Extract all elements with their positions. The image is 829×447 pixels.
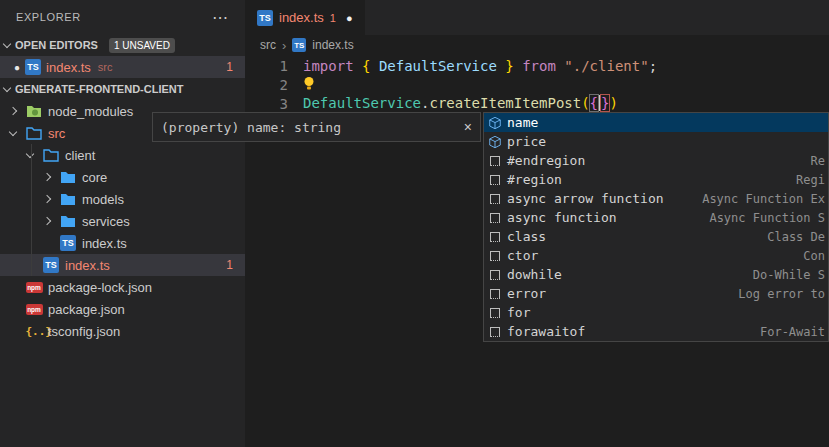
breadcrumb-folder[interactable]: src <box>260 38 276 52</box>
tree-item-package-lock-json[interactable]: npmpackage-lock.json <box>0 276 245 298</box>
code-line-text: import { DefaultService } from "./client… <box>303 58 657 74</box>
tree-item-client[interactable]: client <box>0 144 245 166</box>
suggest-item-ctor[interactable]: ctorCon <box>484 246 828 265</box>
tree-item-index-ts[interactable]: TSindex.ts1 <box>0 254 245 276</box>
tree-item-label: core <box>82 170 107 185</box>
error-count-badge: 1 <box>226 60 245 74</box>
line-number: 1 <box>245 58 303 74</box>
tree-item-services[interactable]: services <box>0 210 245 232</box>
suggest-item--endregion[interactable]: #endregionRe <box>484 151 828 170</box>
snippet-kind-icon <box>486 175 503 185</box>
typescript-file-icon: TS <box>42 257 60 273</box>
code-line[interactable]: 2 <box>245 75 829 94</box>
tree-item-tsconfig-json[interactable]: {..}tsconfig.json <box>0 320 245 342</box>
tree-item-label: package.json <box>48 302 125 317</box>
suggest-item-label: ctor <box>507 248 538 263</box>
code-token: ( <box>581 95 589 111</box>
lightbulb-icon[interactable] <box>303 76 315 90</box>
suggest-item-detail: Con <box>803 249 825 263</box>
tree-item-label: node_modules <box>48 104 133 119</box>
suggest-item-class[interactable]: classClass De <box>484 227 828 246</box>
breadcrumb[interactable]: src › TS index.ts <box>245 35 829 55</box>
code-token: { <box>362 58 379 74</box>
suggest-item-label: async function <box>507 210 617 225</box>
tab-file-name: index.ts <box>279 10 324 25</box>
snippet-kind-icon <box>486 213 503 223</box>
tree-item-label: src <box>48 126 65 141</box>
folder-icon <box>59 214 77 228</box>
vscode-window: EXPLORER ⋯ OPEN EDITORS 1 UNSAVED ● TS i… <box>0 0 829 447</box>
tree-item-package-json[interactable]: npmpackage.json <box>0 298 245 320</box>
suggest-item-error[interactable]: errorLog error to <box>484 284 828 303</box>
code-token: createItemItemPost <box>429 95 581 111</box>
more-actions-icon[interactable]: ⋯ <box>212 8 229 27</box>
snippet-kind-icon <box>486 232 503 242</box>
open-editor-file-path: src <box>98 61 113 73</box>
suggest-item--region[interactable]: #regionRegi <box>484 170 828 189</box>
tree-item-core[interactable]: core <box>0 166 245 188</box>
code-line[interactable]: 3DefaultService.createItemItemPost({}) <box>245 94 829 113</box>
chevron-down-icon <box>3 39 11 47</box>
tree-item-label: client <box>65 148 95 163</box>
tab-index-ts[interactable]: TS index.ts 1 ● <box>245 0 365 35</box>
suggest-item-detail: For-Await <box>760 325 825 339</box>
suggest-item-for[interactable]: for <box>484 303 828 322</box>
suggest-widget: nameprice#endregionRe#regionRegiasync ar… <box>483 112 829 342</box>
hover-tooltip-text: (property) name: string <box>161 120 341 135</box>
suggest-item-detail: Do-While S <box>753 268 825 282</box>
code-token: "./client" <box>564 58 648 74</box>
suggest-item-label: #endregion <box>507 153 585 168</box>
suggest-item-detail: Class De <box>767 230 825 244</box>
breadcrumb-file[interactable]: index.ts <box>312 38 353 52</box>
tree-item-index-ts[interactable]: TSindex.ts <box>0 232 245 254</box>
suggest-item-dowhile[interactable]: dowhileDo-While S <box>484 265 828 284</box>
tab-error-count: 1 <box>330 12 336 24</box>
node-modules-folder-icon <box>25 104 43 118</box>
suggest-item-async-arrow-function[interactable]: async arrow functionAsync Function Ex <box>484 189 828 208</box>
chevron-down-icon <box>9 127 17 135</box>
suggest-item-detail: Async Function S <box>709 211 825 225</box>
tree-item-label: tsconfig.json <box>48 324 120 339</box>
code-line[interactable]: 1import { DefaultService } from "./clien… <box>245 56 829 75</box>
open-editors-section-header[interactable]: OPEN EDITORS 1 UNSAVED <box>0 34 245 56</box>
snippet-kind-icon <box>486 308 503 318</box>
suggest-item-price[interactable]: price <box>484 132 828 151</box>
project-section-header[interactable]: GENERATE-FRONTEND-CLIENT <box>0 78 245 100</box>
suggest-item-detail: Re <box>811 154 825 168</box>
npm-file-icon: npm <box>25 304 43 315</box>
breadcrumb-separator-icon: › <box>282 38 286 53</box>
typescript-file-icon: TS <box>25 59 41 75</box>
suggest-item-async-function[interactable]: async functionAsync Function S <box>484 208 828 227</box>
open-editor-file-name: index.ts <box>46 60 91 75</box>
suggest-item-detail: Log error to <box>738 287 825 301</box>
typescript-file-icon: TS <box>257 10 273 26</box>
suggest-item-detail: Regi <box>796 173 825 187</box>
tree-item-label: models <box>82 192 124 207</box>
code-token: ) <box>609 95 617 111</box>
typescript-file-icon: TS <box>59 235 77 251</box>
tree-item-models[interactable]: models <box>0 188 245 210</box>
close-icon[interactable]: × <box>464 119 472 135</box>
explorer-sidebar: EXPLORER ⋯ OPEN EDITORS 1 UNSAVED ● TS i… <box>0 0 245 447</box>
dirty-indicator-icon: ● <box>14 62 20 73</box>
npm-file-icon: npm <box>25 282 43 293</box>
chevron-right-icon <box>9 107 17 115</box>
field-kind-icon <box>486 116 503 130</box>
dirty-indicator-icon[interactable]: ● <box>346 12 353 24</box>
suggest-item-label: async arrow function <box>507 191 664 206</box>
snippet-kind-icon <box>486 327 503 337</box>
line-number: 2 <box>245 77 303 93</box>
code-area[interactable]: 1import { DefaultService } from "./clien… <box>245 55 829 113</box>
code-token: ; <box>649 58 657 74</box>
snippet-kind-icon <box>486 289 503 299</box>
explorer-header: EXPLORER ⋯ <box>0 0 245 34</box>
suggest-item-label: forawaitof <box>507 324 585 339</box>
chevron-right-icon <box>43 195 51 203</box>
code-token: DefaultService <box>303 95 421 111</box>
code-token: } <box>497 58 514 74</box>
error-count-badge: 1 <box>226 258 245 272</box>
suggest-item-name[interactable]: name <box>484 113 828 132</box>
suggest-item-forawaitof[interactable]: forawaitofFor-Await <box>484 322 828 341</box>
code-token: from <box>514 58 565 74</box>
open-editor-item-index-ts[interactable]: ● TS index.ts src 1 <box>0 56 245 78</box>
